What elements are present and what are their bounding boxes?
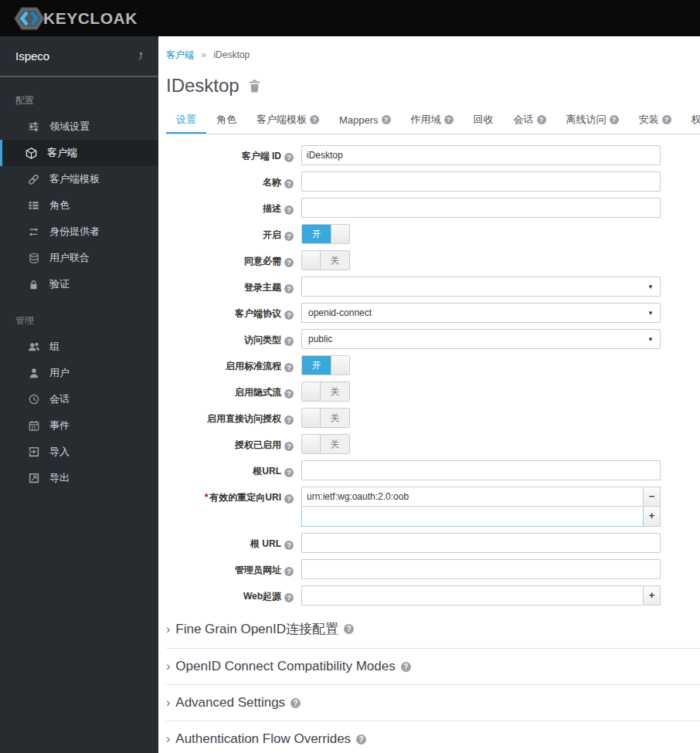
help-icon[interactable]: ? (284, 389, 294, 399)
redirect-uri-input[interactable] (301, 487, 644, 507)
sidebar-item-database[interactable]: 用户联合 (0, 245, 158, 271)
help-icon[interactable]: ? (284, 416, 294, 425)
collapsible-section-header[interactable]: ›OpenID Connect Compatibility Modes? (166, 650, 700, 685)
toggle-off-label: 关 (321, 435, 349, 453)
sidebar-item-clock[interactable]: 会话 (0, 386, 158, 412)
help-icon[interactable]: ? (284, 232, 294, 241)
tab-mappers[interactable]: Mappers? (329, 107, 401, 134)
realm-selector[interactable]: Ispeco ⤴︎ (0, 36, 158, 77)
remove-uri-button[interactable]: − (644, 487, 661, 507)
collapsible-section-header[interactable]: ›Fine Grain OpenID连接配置? (166, 612, 700, 649)
tab-9[interactable]: 权限? (681, 107, 700, 134)
help-icon[interactable]: ? (284, 205, 294, 215)
list-icon (27, 199, 40, 212)
tab-8[interactable]: 安装? (629, 107, 681, 134)
help-icon[interactable]: ? (284, 494, 294, 504)
help-icon[interactable]: ? (284, 153, 294, 162)
chevron-down-icon: ⤴︎ (138, 51, 143, 62)
help-icon[interactable]: ? (291, 698, 301, 708)
export-icon (27, 472, 40, 484)
field-control (301, 460, 661, 480)
help-icon[interactable]: ? (310, 115, 319, 124)
user-icon (27, 367, 40, 379)
chevron-right-icon: › (166, 622, 170, 636)
tab-1[interactable]: 角色 (206, 107, 246, 134)
help-icon[interactable]: ? (284, 310, 294, 320)
help-icon[interactable]: ? (284, 258, 294, 267)
select-dropdown[interactable]: public▼ (301, 329, 661, 349)
text-input[interactable] (301, 171, 661, 192)
add-web-origin-button[interactable]: + (644, 585, 661, 605)
text-input[interactable] (301, 559, 661, 579)
help-icon[interactable]: ? (662, 115, 671, 124)
sidebar-item-cube[interactable]: 客户端 (0, 140, 158, 166)
tab-6[interactable]: 会话? (504, 107, 556, 134)
delete-client-trash-icon[interactable] (249, 80, 260, 93)
toggle-switch[interactable]: 关 (301, 250, 350, 270)
field-control: + (301, 585, 661, 605)
tab-4[interactable]: 作用域? (401, 107, 464, 134)
help-icon[interactable]: ? (610, 115, 619, 124)
help-icon[interactable]: ? (284, 468, 294, 477)
help-icon[interactable]: ? (284, 179, 294, 188)
collapsible-section-header[interactable]: ›Advanced Settings? (166, 687, 700, 721)
help-icon[interactable]: ? (284, 442, 294, 451)
sidebar-item-lock[interactable]: 验证 (0, 271, 158, 297)
sidebar-item-label: 组 (49, 340, 59, 354)
sidebar-item-label: 领域设置 (49, 120, 90, 134)
field-control (301, 145, 661, 165)
field-control (301, 533, 661, 553)
sidebar-item-import[interactable]: 导入 (0, 439, 158, 465)
collapsible-section-header[interactable]: ›Authentication Flow Overrides? (166, 723, 700, 753)
toggle-handle (302, 409, 321, 427)
toggle-switch[interactable]: 开 (301, 355, 350, 375)
breadcrumb-clients-link[interactable]: 客户端 (166, 49, 194, 60)
text-input[interactable] (301, 460, 661, 480)
help-icon[interactable]: ? (401, 662, 411, 672)
field-label: 启用直接访问授权? (166, 408, 294, 426)
toggle-switch[interactable]: 开 (301, 224, 350, 244)
sidebar-item-sliders[interactable]: 领域设置 (0, 114, 158, 140)
sidebar-item-exchange[interactable]: 身份提供者 (0, 219, 158, 245)
sidebar-item-list[interactable]: 角色 (0, 192, 158, 219)
sidebar-item-calendar[interactable]: 事件 (0, 412, 158, 439)
keycloak-logo: KEYCLOAK (12, 5, 138, 32)
help-icon[interactable]: ? (356, 734, 366, 745)
toggle-switch[interactable]: 关 (301, 408, 350, 428)
help-icon[interactable]: ? (284, 337, 294, 346)
text-input[interactable] (301, 533, 661, 553)
help-icon[interactable]: ? (444, 115, 454, 124)
select-dropdown[interactable]: openid-connect▼ (301, 303, 661, 323)
field-label: 名称? (166, 171, 294, 189)
toggle-switch[interactable]: 关 (301, 382, 350, 402)
tab-5[interactable]: 回收 (464, 107, 504, 134)
sidebar-item-users[interactable]: 组 (0, 334, 158, 360)
toggle-handle (331, 225, 349, 243)
help-icon[interactable]: ? (284, 284, 294, 293)
help-icon[interactable]: ? (284, 593, 294, 602)
text-input[interactable] (301, 145, 661, 165)
text-input[interactable] (301, 198, 661, 218)
help-icon[interactable]: ? (344, 624, 354, 634)
tab-2[interactable]: 客户端模板? (246, 107, 329, 134)
select-dropdown[interactable]: ▼ (301, 276, 661, 297)
tab-label: 离线访问 (566, 113, 607, 127)
sidebar-item-user[interactable]: 用户 (0, 360, 158, 386)
tab-label: 回收 (474, 113, 494, 127)
users-icon (27, 341, 40, 353)
help-icon[interactable]: ? (382, 115, 391, 124)
sidebar-item-export[interactable]: 导出 (0, 465, 158, 491)
toggle-switch[interactable]: 关 (301, 434, 350, 454)
help-icon[interactable]: ? (284, 363, 294, 372)
help-icon[interactable]: ? (537, 115, 546, 124)
redirect-uri-input[interactable] (301, 507, 644, 527)
add-uri-button[interactable]: + (644, 507, 661, 527)
web-origin-input[interactable] (301, 585, 644, 605)
tab-0[interactable]: 设置 (166, 107, 206, 134)
help-icon[interactable]: ? (284, 541, 294, 550)
field-control (301, 559, 661, 579)
help-icon[interactable]: ? (284, 567, 294, 576)
sidebar-item-link[interactable]: 客户端模板 (0, 166, 158, 192)
field-label-text: 描述 (263, 203, 281, 214)
tab-7[interactable]: 离线访问? (556, 107, 629, 134)
